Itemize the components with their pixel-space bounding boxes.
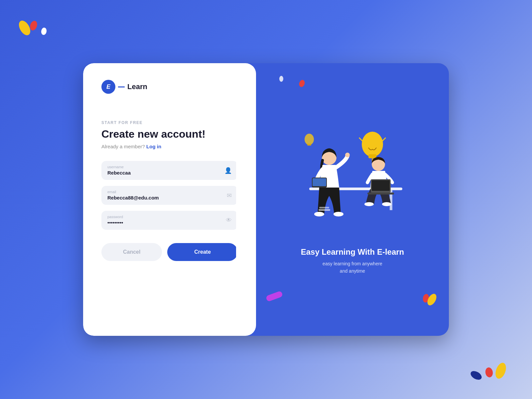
already-member-text: Already a member?	[101, 144, 145, 149]
illustration-area	[289, 124, 416, 237]
username-wrapper: username 👤	[101, 161, 238, 180]
svg-point-13	[314, 212, 324, 216]
svg-rect-20	[367, 193, 394, 195]
deco-purple	[265, 291, 283, 302]
deco-red-top	[298, 79, 306, 88]
email-inner: email	[107, 190, 227, 201]
username-input[interactable]	[107, 170, 224, 176]
svg-line-4	[382, 138, 386, 141]
password-label: password	[107, 215, 226, 219]
illustration-subtitle: easy learning from anywhere and anytime	[323, 260, 382, 275]
login-row: Already a member? Log in	[101, 144, 238, 149]
svg-rect-1	[368, 154, 376, 158]
logo-icon: E	[101, 80, 115, 94]
blob-red-br	[485, 367, 494, 378]
svg-point-10	[345, 153, 350, 157]
left-panel: E Learn START FOR FREE Create new accoun…	[83, 63, 256, 336]
blob-yellow-br	[493, 361, 508, 380]
svg-rect-22	[319, 207, 329, 208]
decorative-blobs-bottomright	[470, 362, 505, 379]
illustration-title: Easy Learning With E-learn	[301, 247, 404, 257]
user-icon: 👤	[224, 167, 232, 174]
password-wrapper: password 👁	[101, 211, 238, 230]
svg-rect-21	[319, 209, 330, 211]
eye-icon[interactable]: 👁	[226, 217, 232, 224]
svg-point-16	[364, 202, 374, 206]
blob-navy	[469, 369, 483, 381]
password-inner: password	[107, 215, 226, 226]
logo-dash	[118, 86, 125, 87]
logo: E Learn	[101, 80, 238, 94]
svg-line-5	[359, 138, 362, 141]
username-inner: username	[107, 165, 224, 176]
create-button[interactable]: Create	[167, 243, 238, 261]
email-icon: ✉	[227, 192, 232, 199]
email-input[interactable]	[107, 195, 227, 200]
logo-text: Learn	[127, 82, 147, 91]
login-link[interactable]: Log in	[146, 144, 161, 149]
password-group: password 👁	[101, 211, 238, 230]
svg-rect-24	[307, 144, 311, 146]
form-subtitle: START FOR FREE	[101, 120, 238, 125]
main-card: E Learn START FOR FREE Create new accoun…	[83, 63, 449, 336]
deco-white-dot	[279, 76, 283, 82]
illustration-svg	[289, 124, 409, 224]
email-group: email ✉	[101, 186, 238, 205]
form-title: Create new account!	[101, 128, 238, 140]
password-input[interactable]	[107, 220, 226, 225]
svg-rect-12	[313, 178, 326, 186]
email-label: email	[107, 190, 227, 194]
cancel-button[interactable]: Cancel	[101, 243, 162, 261]
button-row: Cancel Create	[101, 243, 238, 261]
svg-point-17	[382, 202, 391, 206]
username-label: username	[107, 165, 224, 169]
decorative-blobs-topleft	[20, 20, 47, 36]
blob-white	[41, 27, 47, 35]
svg-point-23	[305, 134, 314, 145]
email-wrapper: email ✉	[101, 186, 238, 205]
right-panel: Easy Learning With E-learn easy learning…	[256, 63, 449, 336]
username-group: username 👤	[101, 161, 238, 180]
svg-point-14	[333, 212, 343, 216]
svg-rect-19	[372, 180, 390, 191]
